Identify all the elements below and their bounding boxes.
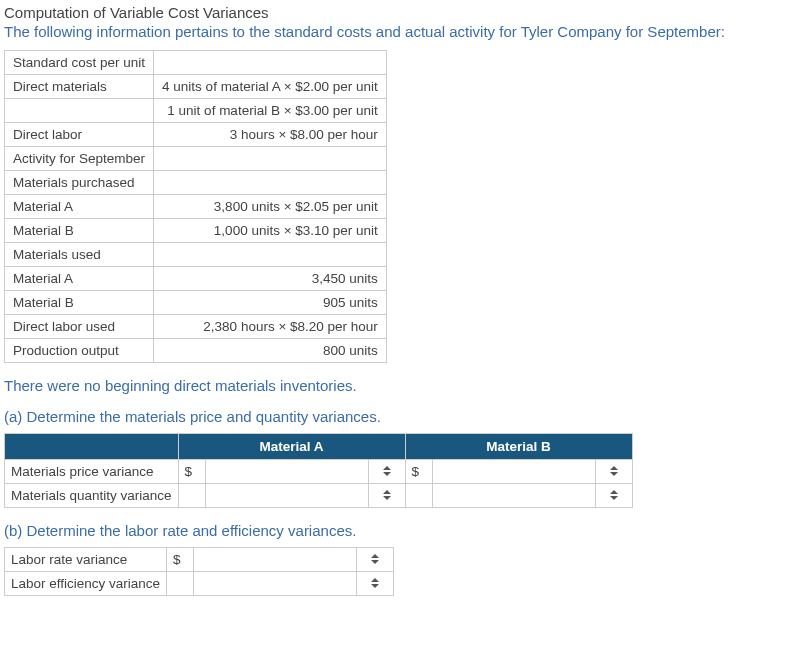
select-mat-a-price[interactable] bbox=[368, 460, 405, 484]
std-row-value: 2,380 hours × $8.20 per hour bbox=[154, 315, 387, 339]
select-labor-eff[interactable] bbox=[357, 572, 394, 596]
standards-table: Standard cost per unitDirect materials4 … bbox=[4, 50, 387, 363]
std-row-value bbox=[154, 243, 387, 267]
std-row-label: Materials used bbox=[5, 243, 154, 267]
part-a-prompt: (a) Determine the materials price and qu… bbox=[4, 408, 799, 425]
updown-icon bbox=[610, 490, 618, 500]
select-labor-rate[interactable] bbox=[357, 548, 394, 572]
input-mat-a-price[interactable] bbox=[205, 460, 368, 484]
std-row-label bbox=[5, 99, 154, 123]
blank-header bbox=[5, 434, 179, 460]
std-row-value: 1 unit of material B × $3.00 per unit bbox=[154, 99, 387, 123]
std-row-value: 4 units of material A × $2.00 per unit bbox=[154, 75, 387, 99]
page-title: Computation of Variable Cost Variances bbox=[4, 4, 799, 21]
select-mat-b-price[interactable] bbox=[595, 460, 632, 484]
std-row-value: 3 hours × $8.00 per hour bbox=[154, 123, 387, 147]
std-row-label: Activity for September bbox=[5, 147, 154, 171]
updown-icon bbox=[610, 466, 618, 476]
col-header-material-b: Material B bbox=[405, 434, 632, 460]
row-label-eff-variance: Labor efficiency variance bbox=[5, 572, 167, 596]
select-mat-b-qty[interactable] bbox=[595, 484, 632, 508]
std-row-value: 800 units bbox=[154, 339, 387, 363]
std-row-label: Materials purchased bbox=[5, 171, 154, 195]
std-row-label: Material A bbox=[5, 195, 154, 219]
updown-icon bbox=[383, 466, 391, 476]
std-row-label: Material A bbox=[5, 267, 154, 291]
col-header-material-a: Material A bbox=[178, 434, 405, 460]
dollar-sign: $ bbox=[405, 460, 432, 484]
dollar-sign: $ bbox=[167, 548, 194, 572]
std-row-value bbox=[154, 51, 387, 75]
input-mat-b-price[interactable] bbox=[432, 460, 595, 484]
std-row-value: 905 units bbox=[154, 291, 387, 315]
std-row-value bbox=[154, 147, 387, 171]
std-row-value: 3,450 units bbox=[154, 267, 387, 291]
std-row-label: Direct labor used bbox=[5, 315, 154, 339]
blank-dollar bbox=[167, 572, 194, 596]
no-beginning-text: There were no beginning direct materials… bbox=[4, 377, 799, 394]
blank-dollar bbox=[178, 484, 205, 508]
std-row-value: 1,000 units × $3.10 per unit bbox=[154, 219, 387, 243]
input-mat-a-qty[interactable] bbox=[205, 484, 368, 508]
std-row-label: Material B bbox=[5, 291, 154, 315]
part-a-table: Material A Material B Materials price va… bbox=[4, 433, 633, 508]
select-mat-a-qty[interactable] bbox=[368, 484, 405, 508]
updown-icon bbox=[371, 554, 379, 564]
std-row-value: 3,800 units × $2.05 per unit bbox=[154, 195, 387, 219]
blank-dollar bbox=[405, 484, 432, 508]
std-row-label: Material B bbox=[5, 219, 154, 243]
input-mat-b-qty[interactable] bbox=[432, 484, 595, 508]
dollar-sign: $ bbox=[178, 460, 205, 484]
std-row-label: Production output bbox=[5, 339, 154, 363]
input-labor-eff[interactable] bbox=[194, 572, 357, 596]
updown-icon bbox=[383, 490, 391, 500]
std-row-label: Standard cost per unit bbox=[5, 51, 154, 75]
std-row-label: Direct materials bbox=[5, 75, 154, 99]
row-label-qty-variance: Materials quantity variance bbox=[5, 484, 179, 508]
std-row-label: Direct labor bbox=[5, 123, 154, 147]
updown-icon bbox=[371, 578, 379, 588]
input-labor-rate[interactable] bbox=[194, 548, 357, 572]
row-label-price-variance: Materials price variance bbox=[5, 460, 179, 484]
intro-text: The following information pertains to th… bbox=[4, 23, 799, 40]
part-b-prompt: (b) Determine the labor rate and efficie… bbox=[4, 522, 799, 539]
row-label-rate-variance: Labor rate variance bbox=[5, 548, 167, 572]
part-b-table: Labor rate variance $ Labor efficiency v… bbox=[4, 547, 394, 596]
std-row-value bbox=[154, 171, 387, 195]
